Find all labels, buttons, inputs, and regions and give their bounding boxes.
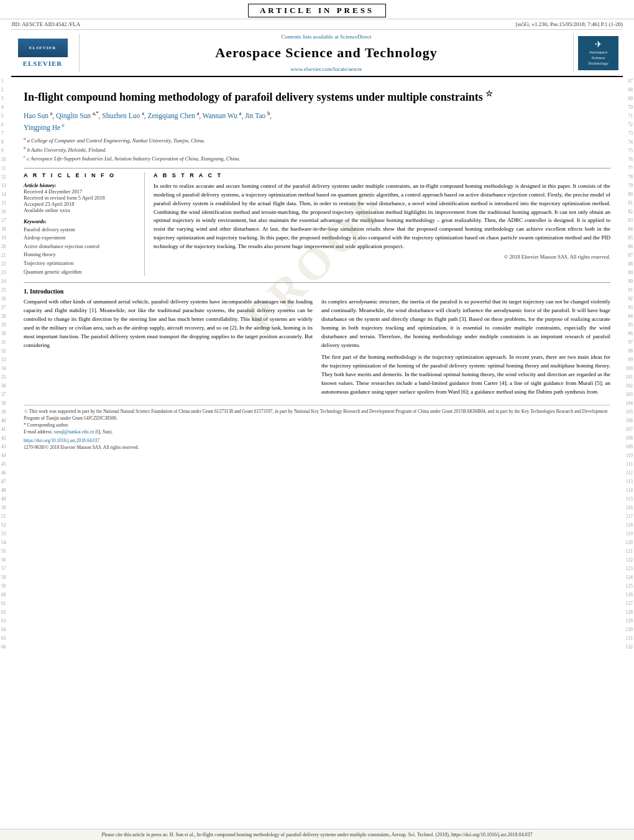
sciencedirect-text: Contents lists available at ScienceDirec… bbox=[282, 34, 372, 40]
footnotes-section: ☆ This work was supported in part by the… bbox=[24, 405, 610, 451]
authors-line: Hao Sun a, Qinglin Sun a,*, Shuzhen Luo … bbox=[24, 110, 610, 133]
received-date: Received 4 December 2017 bbox=[24, 188, 138, 195]
author-hao-sun: Hao Sun a, bbox=[24, 112, 54, 119]
sciencedirect-link[interactable]: ScienceDirect bbox=[340, 34, 371, 40]
affiliation-c: c c Aerospace Life-Support Industries Lt… bbox=[24, 154, 610, 163]
doi-line: https://doi.org/10.1016/j.ast.2018.04.03… bbox=[24, 437, 610, 444]
journal-url[interactable]: www.elsevier.com/locate/aescte bbox=[291, 66, 362, 72]
accepted-date: Accepted 23 April 2018 bbox=[24, 201, 138, 207]
affiliations: a a College of Computer and Control Engi… bbox=[24, 136, 610, 163]
revised-date: Received in revised form 5 April 2018 bbox=[24, 195, 138, 201]
body-col-1: Compared with other kinds of unmanned ae… bbox=[24, 298, 313, 399]
intro-section: 1. Introduction Compared with other kind… bbox=[24, 288, 610, 399]
email-link[interactable]: sunql@nankai.edu.cn bbox=[54, 429, 94, 435]
keyword-4: Homing theory bbox=[24, 251, 138, 259]
article-title-text: In-flight compound homing methodology of… bbox=[24, 91, 483, 103]
footnote-corresponding: * Corresponding author. bbox=[24, 422, 610, 428]
keyword-3: Active disturbance rejection control bbox=[24, 242, 138, 251]
copyright-line: © 2018 Elsevier Masson SAS. All rights r… bbox=[154, 254, 610, 260]
keyword-6: Quantum genetic algorithm bbox=[24, 268, 138, 277]
author-qinglin-sun: Qinglin Sun a,*, bbox=[56, 112, 100, 119]
journal-logo-text: AerospaceScienceTechnology bbox=[588, 50, 609, 67]
article-in-press-banner: ARTICLE IN PRESS bbox=[0, 0, 634, 19]
journal-header: ELSEVIER ELSEVIER Contents lists availab… bbox=[11, 29, 623, 77]
article-info-col: A R T I C L E I N F O Article history: R… bbox=[24, 172, 145, 277]
intro-col1-p1: Compared with other kinds of unmanned ae… bbox=[24, 298, 313, 350]
keyword-1: Parafoil delivery system bbox=[24, 226, 138, 234]
body-col-2: its complex aerodynamic structure, the i… bbox=[321, 298, 610, 399]
journal-header-center: Contents lists available at ScienceDirec… bbox=[80, 34, 573, 72]
footnote-email: E-mail address: sunql@nankai.edu.cn (Q. … bbox=[24, 428, 610, 435]
bottom-citation-text: Please cite this article in press as: H.… bbox=[102, 832, 533, 838]
online-date: Available online xxxx bbox=[24, 207, 138, 213]
divider-2 bbox=[24, 282, 610, 283]
meta-left: JID: AESCTE AID:4542 /FLA bbox=[11, 21, 80, 27]
logo-plane-icon: ✈ bbox=[595, 39, 602, 50]
elsevier-logo-box: ELSEVIER bbox=[18, 39, 68, 57]
elsevier-label: ELSEVIER bbox=[23, 60, 63, 67]
journal-url-link[interactable]: www.elsevier.com/locate/aescte bbox=[291, 66, 362, 72]
intro-col2-p2: The first part of the homing methodology… bbox=[321, 353, 610, 397]
author-zengqiang-chen: Zengqiang Chen a, bbox=[147, 112, 201, 119]
intro-heading: 1. Introduction bbox=[24, 288, 610, 295]
author-shuzhen-luo: Shuzhen Luo a, bbox=[102, 112, 145, 119]
keywords-section: Keywords: Parafoil delivery system Airdr… bbox=[24, 218, 138, 277]
body-columns: Compared with other kinds of unmanned ae… bbox=[24, 298, 610, 399]
doi-link[interactable]: https://doi.org/10.1016/j.ast.2018.04.03… bbox=[24, 438, 99, 443]
abstract-col: A B S T R A C T In order to realize accu… bbox=[154, 172, 610, 277]
article-info-heading: A R T I C L E I N F O bbox=[24, 172, 138, 178]
footnote-star: ☆ This work was supported in part by the… bbox=[24, 408, 610, 422]
author-wannan-wu: Wannan Wu a, bbox=[203, 112, 244, 119]
info-abstract-section: A R T I C L E I N F O Article history: R… bbox=[24, 172, 610, 277]
article-history: Article history: Received 4 December 201… bbox=[24, 182, 138, 213]
meta-right: [m5G; v1.236; Pm:15/05/2018; 7:46] P.1 (… bbox=[516, 21, 623, 27]
email-label: E-mail address: bbox=[24, 429, 54, 435]
keywords-label: Keywords: bbox=[24, 218, 138, 224]
line-numbers-left: 1234567891011121314151617181920212223242… bbox=[1, 77, 6, 652]
author-jin-tao: Jin Tao b, bbox=[245, 112, 272, 119]
elsevier-box-text: ELSEVIER bbox=[29, 45, 56, 50]
line-numbers-right: 6768697071727374757677787980818283848586… bbox=[626, 77, 633, 652]
article-title-star: ☆ bbox=[485, 89, 493, 98]
issn-line: 1270-9638/© 2018 Elsevier Masson SAS. Al… bbox=[24, 444, 610, 451]
keyword-5: Trajectory optimization bbox=[24, 259, 138, 268]
abstract-text: In order to realize accurate and secure … bbox=[154, 182, 610, 252]
journal-title: Aerospace Science and Technology bbox=[215, 45, 437, 61]
abstract-heading: A B S T R A C T bbox=[154, 172, 610, 178]
journal-header-left: ELSEVIER ELSEVIER bbox=[11, 34, 80, 72]
journal-logo-box: ✈ AerospaceScienceTechnology bbox=[578, 36, 618, 70]
affiliation-b: b b Aalto University, Helsinki, Finland. bbox=[24, 145, 610, 154]
email-name: (Q. Sun). bbox=[95, 429, 113, 435]
bottom-citation-bar: Please cite this article in press as: H.… bbox=[0, 829, 634, 840]
intro-col2-p1: its complex aerodynamic structure, the i… bbox=[321, 298, 610, 350]
journal-header-right: ✈ AerospaceScienceTechnology bbox=[573, 34, 623, 72]
history-label: Article history: bbox=[24, 182, 138, 188]
keyword-2: Airdrop experiment bbox=[24, 234, 138, 242]
aip-text: ARTICLE IN PRESS bbox=[248, 4, 386, 17]
divider-1 bbox=[24, 168, 610, 168]
article-title: In-flight compound homing methodology of… bbox=[24, 88, 610, 105]
affiliation-a: a a College of Computer and Control Engi… bbox=[24, 136, 610, 145]
top-meta: JID: AESCTE AID:4542 /FLA [m5G; v1.236; … bbox=[0, 19, 634, 29]
author-yingping-he: Yingping He c bbox=[24, 124, 65, 131]
